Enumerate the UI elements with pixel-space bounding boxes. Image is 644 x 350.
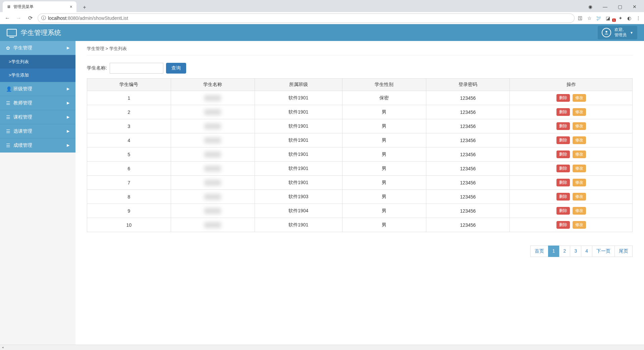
delete-button[interactable]: 删除: [556, 122, 570, 130]
cell-gender: 男: [342, 119, 426, 133]
edit-button[interactable]: 修改: [573, 94, 586, 102]
bird-icon[interactable]: 🕊: [596, 15, 601, 21]
cell-gender: 男: [342, 176, 426, 190]
menu-icon[interactable]: ⋮: [636, 15, 641, 21]
sidebar-label: 班级管理: [13, 86, 32, 92]
cell-actions: 删除 修改: [510, 190, 633, 204]
delete-button[interactable]: 删除: [556, 150, 570, 158]
puzzle-icon[interactable]: ✦: [619, 15, 623, 21]
table-row: 10 软件1901 男 123456 删除 修改: [87, 218, 633, 232]
column-header: 登录密码: [426, 79, 510, 91]
sidebar-item-5[interactable]: ☰成绩管理▶: [0, 138, 75, 152]
minimize-icon[interactable]: —: [600, 1, 610, 12]
cell-id: 1: [87, 91, 171, 105]
cell-gender: 男: [342, 190, 426, 204]
edit-button[interactable]: 修改: [573, 108, 586, 116]
role-text: 管理员: [614, 33, 627, 38]
delete-button[interactable]: 删除: [556, 207, 570, 215]
cell-password: 123456: [426, 91, 510, 105]
sidebar-label: 学生管理: [13, 45, 32, 51]
profile-icon[interactable]: ◐: [627, 15, 631, 21]
new-tab-button[interactable]: +: [80, 3, 89, 12]
page-2[interactable]: 2: [559, 246, 571, 257]
search-button[interactable]: 查询: [166, 63, 186, 74]
sidebar-label: 选课管理: [13, 128, 32, 134]
edit-button[interactable]: 修改: [573, 122, 586, 130]
sidebar-item-3[interactable]: ☰课程管理▶: [0, 110, 75, 124]
cell-gender: 男: [342, 162, 426, 176]
edit-button[interactable]: 修改: [573, 207, 586, 215]
delete-button[interactable]: 删除: [556, 108, 570, 116]
edit-button[interactable]: 修改: [573, 193, 586, 201]
monitor-icon: 🖥: [7, 4, 11, 9]
cell-gender: 保密: [342, 91, 426, 105]
cell-id: 7: [87, 176, 171, 190]
separator: [87, 55, 633, 55]
page-4[interactable]: 4: [581, 246, 592, 257]
close-icon[interactable]: ×: [70, 4, 72, 9]
sidebar-item-4[interactable]: ☰选课管理▶: [0, 124, 75, 138]
window-controls: ◉ — ▢ ✕: [581, 1, 644, 12]
sidebar-item-2[interactable]: ☰教师管理▶: [0, 96, 75, 110]
cell-password: 123456: [426, 162, 510, 176]
reload-icon[interactable]: ⟳: [26, 14, 34, 22]
close-window-icon[interactable]: ✕: [629, 1, 640, 12]
back-icon[interactable]: ←: [3, 14, 11, 22]
user-menu[interactable]: 欢迎, 管理员 ▼: [598, 26, 637, 39]
address-bar[interactable]: ⓘ localhost:8080/admin/showStudentList: [38, 13, 575, 23]
breadcrumb-parent[interactable]: 学生管理: [87, 46, 104, 51]
extension-icon[interactable]: ◪1: [606, 15, 614, 21]
edit-button[interactable]: 修改: [573, 221, 586, 229]
table-row: 8 软件1903 男 123456 删除 修改: [87, 190, 633, 204]
edit-button[interactable]: 修改: [573, 150, 586, 158]
table-row: 9 软件1904 男 123456 删除 修改: [87, 204, 633, 218]
page-last[interactable]: 尾页: [614, 246, 633, 257]
chevron-right-icon: ▶: [67, 129, 69, 133]
delete-button[interactable]: 删除: [556, 221, 570, 229]
user-text: 欢迎, 管理员: [614, 27, 627, 38]
key-icon[interactable]: ⚿: [578, 15, 583, 21]
delete-button[interactable]: 删除: [556, 136, 570, 144]
cell-actions: 删除 修改: [510, 162, 633, 176]
star-icon[interactable]: ☆: [587, 15, 592, 21]
edit-button[interactable]: 修改: [573, 136, 586, 144]
cell-actions: 删除 修改: [510, 119, 633, 133]
leaf-icon: ✿: [6, 45, 11, 51]
sidebar-item-1[interactable]: 👤班级管理▶: [0, 82, 75, 96]
cell-class: 软件1901: [255, 218, 342, 232]
page-first[interactable]: 首页: [530, 246, 548, 257]
maximize-icon[interactable]: ▢: [614, 1, 625, 12]
column-header: 操作: [510, 79, 633, 91]
delete-button[interactable]: 删除: [556, 179, 570, 186]
horizontal-scrollbar[interactable]: [0, 345, 644, 350]
table-row: 5 软件1901 男 123456 删除 修改: [87, 147, 633, 162]
delete-button[interactable]: 删除: [556, 165, 570, 172]
delete-button[interactable]: 删除: [556, 193, 570, 201]
url-host: localhost: [48, 15, 66, 21]
sidebar: ✿学生管理▶>学生列表>学生添加👤班级管理▶☰教师管理▶☰课程管理▶☰选课管理▶…: [0, 41, 75, 350]
cell-actions: 删除 修改: [510, 218, 633, 232]
url-path: /admin/showStudentList: [78, 15, 128, 21]
column-header: 所属班级: [255, 79, 342, 91]
sidebar-sub-0-0[interactable]: >学生列表: [0, 55, 75, 69]
student-name-input[interactable]: [110, 63, 163, 74]
main-layout: ✿学生管理▶>学生列表>学生添加👤班级管理▶☰教师管理▶☰课程管理▶☰选课管理▶…: [0, 41, 644, 350]
page-next[interactable]: 下一页: [592, 246, 615, 257]
app-title: 学生管理系统: [7, 28, 61, 37]
cell-class: 软件1903: [255, 190, 342, 204]
page-3[interactable]: 3: [570, 246, 581, 257]
edit-button[interactable]: 修改: [573, 165, 586, 172]
sidebar-sub-0-1[interactable]: >学生添加: [0, 69, 75, 82]
monitor-icon: [7, 29, 17, 36]
browser-tab[interactable]: 🖥 管理员菜单 ×: [3, 1, 76, 12]
cell-name: [171, 218, 255, 232]
circle-icon[interactable]: ◉: [585, 1, 596, 12]
sidebar-item-0[interactable]: ✿学生管理▶: [0, 41, 75, 55]
delete-button[interactable]: 删除: [556, 94, 570, 102]
cell-name: [171, 91, 255, 105]
page-1[interactable]: 1: [548, 246, 559, 257]
forward-icon[interactable]: →: [15, 14, 23, 22]
edit-button[interactable]: 修改: [573, 179, 586, 186]
svg-point-0: [605, 31, 607, 33]
app-title-text: 学生管理系统: [21, 28, 61, 37]
